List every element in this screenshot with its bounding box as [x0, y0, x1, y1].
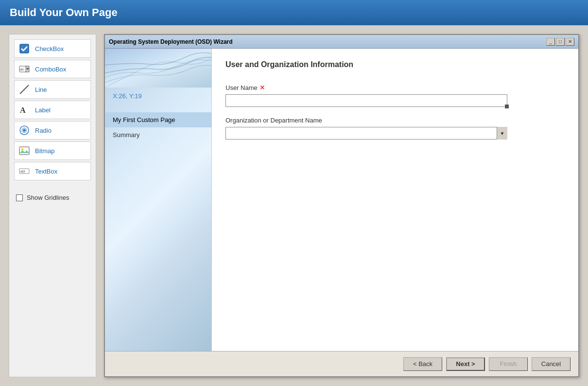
nav-item-custom-page-label: My First Custom Page — [113, 116, 175, 123]
finish-button[interactable]: Finish — [489, 357, 528, 371]
app-title: Build Your Own Page — [10, 6, 118, 19]
nav-item-summary[interactable]: Summary — [105, 127, 211, 142]
svg-rect-0 — [20, 44, 29, 53]
line-icon — [18, 84, 30, 95]
gridlines-checkbox[interactable] — [16, 194, 23, 201]
app-header: Build Your Own Page — [0, 0, 588, 25]
bitmap-label: Bitmap — [35, 147, 54, 155]
required-star: ✕ — [259, 84, 265, 91]
wizard-window: Operating System Deployment (OSD) Wizard… — [104, 34, 579, 377]
svg-point-8 — [23, 129, 26, 132]
close-button[interactable]: ✕ — [566, 38, 574, 46]
wizard-title: Operating System Deployment (OSD) Wizard — [109, 38, 233, 45]
org-name-label: Organization or Department Name — [225, 117, 565, 124]
wizard-banner: X:26, Y:19 My First Custom Page Summary — [105, 49, 212, 351]
toolbox-item-bitmap[interactable]: Bitmap — [14, 141, 91, 160]
gridlines-label: Show Gridlines — [27, 194, 69, 201]
org-name-input[interactable] — [225, 127, 507, 140]
user-name-input-wrapper — [225, 94, 507, 107]
svg-point-11 — [21, 148, 24, 151]
label-label: Label — [35, 106, 51, 114]
toolbox-item-line[interactable]: Line — [14, 80, 91, 99]
combo-dropdown-arrow[interactable]: ▼ — [497, 127, 507, 140]
wizard-nav: My First Custom Page Summary — [105, 112, 211, 142]
textbox-label: TextBox — [35, 168, 57, 175]
user-name-label: User Name ✕ — [225, 84, 565, 91]
bitmap-icon — [18, 145, 30, 157]
window-controls: _ □ ✕ — [546, 38, 574, 46]
toolbox-item-combobox[interactable]: ab ComboBox — [14, 60, 91, 78]
checkbox-icon — [18, 43, 30, 54]
combobox-label: ComboBox — [35, 66, 66, 73]
maximize-button[interactable]: □ — [556, 38, 565, 46]
combobox-icon: ab — [18, 63, 30, 75]
svg-line-4 — [20, 85, 29, 94]
minimize-button[interactable]: _ — [546, 38, 555, 46]
svg-text:A: A — [20, 106, 26, 114]
resize-handle[interactable] — [505, 105, 509, 108]
checkbox-label: CheckBox — [35, 45, 64, 53]
radio-label: Radio — [35, 127, 52, 134]
content-title: User and Organization Information — [225, 60, 565, 69]
next-button[interactable]: Next > — [446, 357, 485, 371]
svg-text:ab: ab — [20, 68, 24, 71]
user-name-label-text: User Name — [225, 84, 258, 91]
user-name-field-group: User Name ✕ — [225, 84, 565, 107]
user-name-input[interactable] — [225, 94, 507, 107]
toolbox-item-checkbox[interactable]: CheckBox — [14, 39, 91, 58]
show-gridlines-toggle[interactable]: Show Gridlines — [14, 190, 91, 205]
main-content: CheckBox ab ComboBox Line — [0, 25, 588, 386]
wizard-footer: < Back Next > Finish Cancel — [105, 351, 578, 376]
radio-icon — [18, 124, 30, 136]
org-name-field-group: Organization or Department Name ▼ — [225, 117, 565, 140]
banner-pattern — [105, 49, 211, 88]
svg-rect-9 — [19, 147, 29, 155]
toolbox-item-label[interactable]: A Label — [14, 101, 91, 119]
nav-item-custom-page[interactable]: My First Custom Page — [105, 112, 211, 127]
toolbox-panel: CheckBox ab ComboBox Line — [9, 34, 96, 377]
wizard-body: X:26, Y:19 My First Custom Page Summary … — [105, 49, 578, 351]
cancel-button[interactable]: Cancel — [532, 357, 571, 371]
textbox-icon: abl — [18, 165, 30, 177]
wizard-content: User and Organization Information User N… — [212, 49, 578, 351]
org-name-label-text: Organization or Department Name — [225, 117, 322, 124]
svg-rect-14 — [105, 49, 211, 88]
back-button[interactable]: < Back — [403, 357, 442, 371]
toolbox-item-textbox[interactable]: abl TextBox — [14, 162, 91, 180]
svg-text:abl: abl — [20, 170, 25, 173]
toolbox-item-radio[interactable]: Radio — [14, 121, 91, 140]
org-name-combo-wrapper: ▼ — [225, 127, 507, 140]
nav-item-summary-label: Summary — [113, 131, 140, 139]
label-icon: A — [18, 104, 30, 116]
wizard-titlebar: Operating System Deployment (OSD) Wizard… — [105, 35, 578, 49]
line-label: Line — [35, 86, 47, 93]
